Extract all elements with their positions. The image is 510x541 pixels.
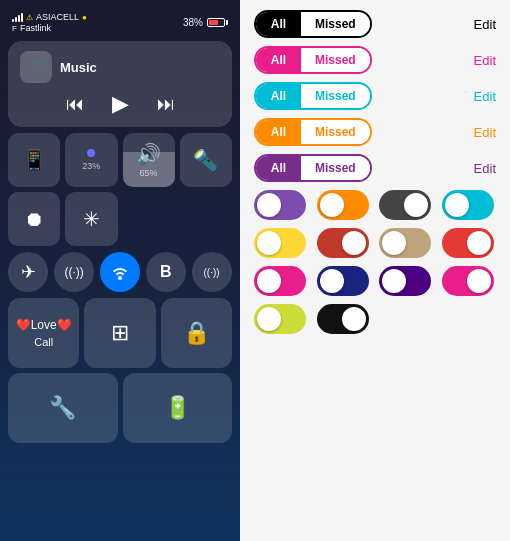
- right-panel: All Missed Edit All Missed Edit All Miss…: [240, 0, 510, 541]
- missed-btn-pink[interactable]: Missed: [301, 48, 370, 72]
- airdrop-button[interactable]: ((·)): [192, 252, 232, 292]
- toggle-purple[interactable]: [254, 190, 306, 220]
- segment-row-1: All Missed Edit: [254, 10, 496, 38]
- carrier1: ⚠ ASIACELL ●: [12, 12, 87, 22]
- volume-icon: 🔊: [136, 142, 161, 166]
- battery-button[interactable]: 🔋: [123, 373, 233, 443]
- toggle-lime[interactable]: [254, 304, 306, 334]
- missed-btn-teal[interactable]: Missed: [301, 84, 370, 108]
- forward-button[interactable]: ⏭: [157, 94, 175, 115]
- record-icon: ⏺: [24, 208, 44, 231]
- music-header: 🎵 Music: [20, 51, 220, 83]
- flashlight-icon: 🔦: [193, 148, 218, 172]
- toggle-magenta[interactable]: [442, 266, 494, 296]
- volume-pct: 65%: [140, 168, 158, 178]
- wifi-button[interactable]: [100, 252, 140, 292]
- love-text: ❤️Love❤️: [16, 318, 72, 332]
- toggle-knob: [382, 231, 406, 255]
- toggle-knob: [257, 231, 281, 255]
- calculator-button[interactable]: ⊞: [84, 298, 155, 368]
- call-label: Call: [34, 336, 53, 348]
- carrier2: F Fastlink: [12, 23, 87, 33]
- toggle-crimson[interactable]: [317, 228, 369, 258]
- segment-row-4: All Missed Edit: [254, 118, 496, 146]
- toggle-knob: [257, 193, 281, 217]
- round-controls: ✈ ((·)) B ((·)): [8, 252, 232, 292]
- carrier-info: ⚠ ASIACELL ● F Fastlink: [12, 12, 87, 33]
- bluetooth-button[interactable]: B: [146, 252, 186, 292]
- toggle-red[interactable]: [442, 228, 494, 258]
- spinner-control[interactable]: ✳: [65, 192, 117, 246]
- segment-teal: All Missed: [254, 82, 372, 110]
- toggle-knob: [342, 231, 366, 255]
- brightness-dot: [87, 149, 95, 157]
- music-widget[interactable]: 🎵 Music ⏮ ▶ ⏭: [8, 41, 232, 127]
- edit-purple[interactable]: Edit: [474, 161, 496, 176]
- battery-status: 38%: [183, 17, 228, 28]
- toggles-section: [254, 190, 496, 334]
- edit-bw[interactable]: Edit: [474, 17, 496, 32]
- toggle-yellow[interactable]: [254, 228, 306, 258]
- all-btn-purple[interactable]: All: [256, 156, 301, 180]
- battery-icon: [207, 18, 228, 27]
- toggle-knob: [257, 269, 281, 293]
- segment-bw: All Missed: [254, 10, 372, 38]
- status-bar: ⚠ ASIACELL ● F Fastlink 38%: [8, 10, 232, 35]
- record-control[interactable]: ⏺: [8, 192, 60, 246]
- toggle-teal[interactable]: [442, 190, 494, 220]
- battery2-icon: 🔋: [164, 395, 191, 421]
- lock-button[interactable]: 🔒: [161, 298, 232, 368]
- phone-control[interactable]: 📱: [8, 133, 60, 187]
- toggle-knob: [320, 269, 344, 293]
- missed-btn-bw[interactable]: Missed: [301, 12, 370, 36]
- love-call-button[interactable]: ❤️Love❤️ Call: [8, 298, 79, 368]
- edit-teal[interactable]: Edit: [474, 89, 496, 104]
- segment-row-5: All Missed Edit: [254, 154, 496, 182]
- toggle-knob: [467, 231, 491, 255]
- music-title: Music: [60, 60, 97, 75]
- tools-icon: 🔧: [49, 395, 76, 421]
- play-button[interactable]: ▶: [112, 91, 129, 117]
- toggle-knob: [320, 193, 344, 217]
- edit-pink[interactable]: Edit: [474, 53, 496, 68]
- brightness-control[interactable]: 23%: [65, 133, 117, 187]
- phone-icon: 📱: [22, 148, 47, 172]
- control-center-panel: ⚠ ASIACELL ● F Fastlink 38% 🎵 Music ⏮ ▶: [0, 0, 240, 541]
- spinner-icon: ✳: [83, 207, 100, 231]
- tools-button[interactable]: 🔧: [8, 373, 118, 443]
- volume-control[interactable]: 🔊 65%: [123, 133, 175, 187]
- cellular-button[interactable]: ((·)): [54, 252, 94, 292]
- toggle-knob: [404, 193, 428, 217]
- airplane-button[interactable]: ✈: [8, 252, 48, 292]
- flashlight-control[interactable]: 🔦: [180, 133, 232, 187]
- segment-row-3: All Missed Edit: [254, 82, 496, 110]
- toggle-navy[interactable]: [317, 266, 369, 296]
- calculator-icon: ⊞: [111, 320, 129, 346]
- music-controls: ⏮ ▶ ⏭: [20, 91, 220, 117]
- rewind-button[interactable]: ⏮: [66, 94, 84, 115]
- toggle-dark[interactable]: [379, 190, 431, 220]
- missed-btn-purple[interactable]: Missed: [301, 156, 370, 180]
- toggle-knob: [445, 193, 469, 217]
- segment-orange: All Missed: [254, 118, 372, 146]
- toggle-knob: [257, 307, 281, 331]
- all-btn-pink[interactable]: All: [256, 48, 301, 72]
- all-btn-orange[interactable]: All: [256, 120, 301, 144]
- missed-btn-orange[interactable]: Missed: [301, 120, 370, 144]
- toggle-tan[interactable]: [379, 228, 431, 258]
- edit-orange[interactable]: Edit: [474, 125, 496, 140]
- toggle-knob: [467, 269, 491, 293]
- toggle-pink[interactable]: [254, 266, 306, 296]
- toggle-knob: [382, 269, 406, 293]
- music-icon: 🎵: [20, 51, 52, 83]
- all-btn-bw[interactable]: All: [256, 12, 301, 36]
- brightness-pct: 23%: [82, 161, 100, 171]
- toggle-black[interactable]: [317, 304, 369, 334]
- toggle-dpurple[interactable]: [379, 266, 431, 296]
- toggle-knob: [342, 307, 366, 331]
- segment-pink: All Missed: [254, 46, 372, 74]
- toggle-orange[interactable]: [317, 190, 369, 220]
- segment-row-2: All Missed Edit: [254, 46, 496, 74]
- controls-grid: 📱 23% 🔊 65% 🔦 ⏺ ✳: [8, 133, 232, 246]
- all-btn-teal[interactable]: All: [256, 84, 301, 108]
